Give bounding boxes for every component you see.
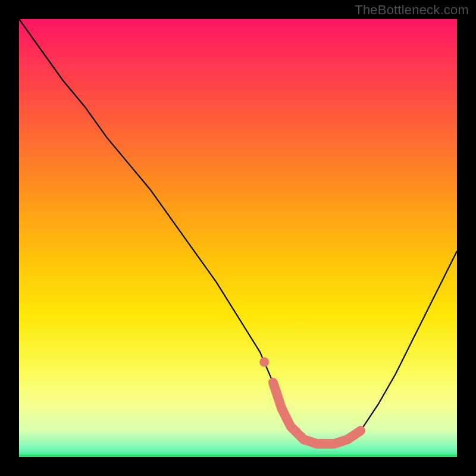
optimal-region-dot: [259, 358, 269, 367]
chart-frame: TheBottleneck.com: [0, 0, 476, 476]
optimal-region-highlight: [273, 383, 361, 444]
bottleneck-curve: [19, 19, 457, 444]
plot-area: [19, 19, 457, 457]
watermark-text: TheBottleneck.com: [355, 2, 469, 18]
curve-svg: [19, 19, 457, 457]
